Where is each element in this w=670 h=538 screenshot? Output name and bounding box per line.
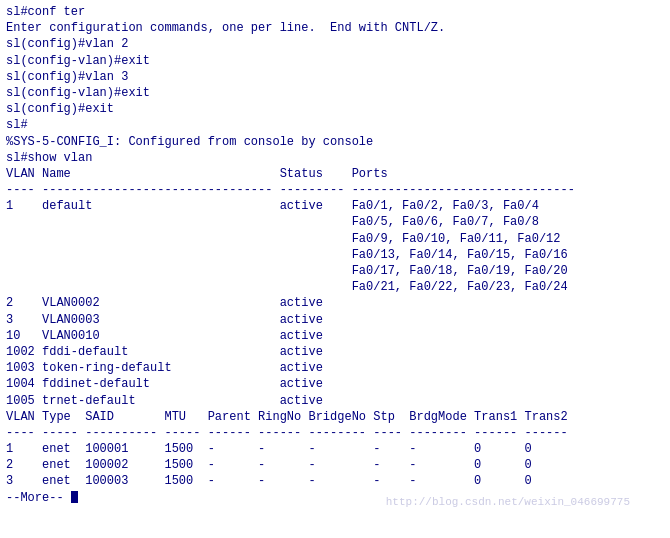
terminal-line: Fa0/17, Fa0/18, Fa0/19, Fa0/20 [6, 263, 664, 279]
terminal-line: 2 VLAN0002 active [6, 295, 664, 311]
terminal-line: Fa0/9, Fa0/10, Fa0/11, Fa0/12 [6, 231, 664, 247]
terminal-line: sl(config)#vlan 3 [6, 69, 664, 85]
terminal-line: sl(config-vlan)#exit [6, 85, 664, 101]
terminal-line: 1003 token-ring-default active [6, 360, 664, 376]
terminal-line: sl#conf ter [6, 4, 664, 20]
terminal-line: VLAN Name Status Ports [6, 166, 664, 182]
terminal-line: 1002 fddi-default active [6, 344, 664, 360]
terminal-line: Fa0/5, Fa0/6, Fa0/7, Fa0/8 [6, 214, 664, 230]
terminal-cursor [71, 491, 78, 503]
watermark: http://blog.csdn.net/weixin_046699775 [386, 496, 630, 508]
terminal-line: ---- ----- ---------- ----- ------ -----… [6, 425, 664, 441]
terminal-line: 1004 fddinet-default active [6, 376, 664, 392]
terminal-output: sl#conf terEnter configuration commands,… [6, 4, 664, 506]
terminal-line: 10 VLAN0010 active [6, 328, 664, 344]
terminal-line: sl# [6, 117, 664, 133]
terminal-line: 3 enet 100003 1500 - - - - - 0 0 [6, 473, 664, 489]
terminal-line: 1 default active Fa0/1, Fa0/2, Fa0/3, Fa… [6, 198, 664, 214]
terminal-line: 3 VLAN0003 active [6, 312, 664, 328]
terminal-line: %SYS-5-CONFIG_I: Configured from console… [6, 134, 664, 150]
terminal-line: ---- -------------------------------- --… [6, 182, 664, 198]
terminal-window: sl#conf terEnter configuration commands,… [0, 0, 670, 538]
terminal-line: sl(config)#vlan 2 [6, 36, 664, 52]
terminal-line: 2 enet 100002 1500 - - - - - 0 0 [6, 457, 664, 473]
terminal-line: 1 enet 100001 1500 - - - - - 0 0 [6, 441, 664, 457]
terminal-line: VLAN Type SAID MTU Parent RingNo BridgeN… [6, 409, 664, 425]
terminal-line: Fa0/13, Fa0/14, Fa0/15, Fa0/16 [6, 247, 664, 263]
terminal-line: sl(config)#exit [6, 101, 664, 117]
terminal-line: sl#show vlan [6, 150, 664, 166]
terminal-line: Enter configuration commands, one per li… [6, 20, 664, 36]
terminal-line: sl(config-vlan)#exit [6, 53, 664, 69]
terminal-line: Fa0/21, Fa0/22, Fa0/23, Fa0/24 [6, 279, 664, 295]
terminal-line: 1005 trnet-default active [6, 393, 664, 409]
